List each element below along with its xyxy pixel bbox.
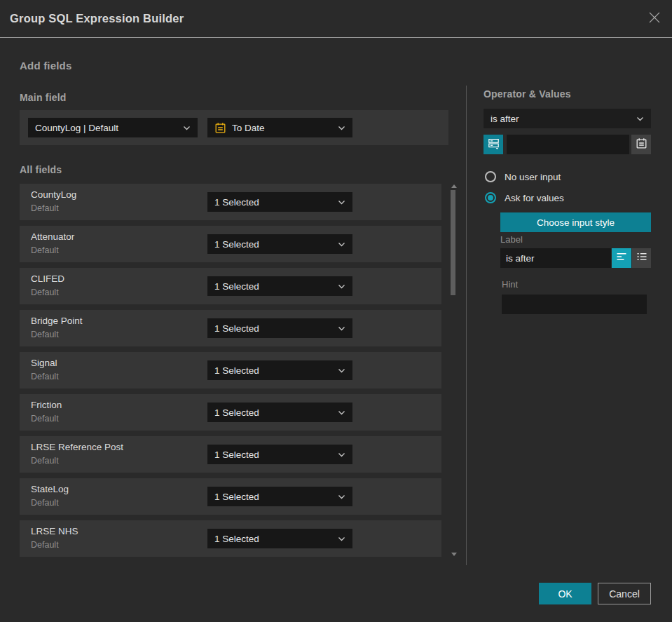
field-selected-dropdown[interactable]: 1 Selected bbox=[207, 445, 352, 464]
chevron-down-icon bbox=[338, 242, 345, 247]
hint-input[interactable] bbox=[502, 295, 647, 314]
calendar-icon bbox=[636, 137, 647, 152]
selected-count-label: 1 Selected bbox=[214, 365, 338, 376]
chevron-down-icon bbox=[338, 326, 345, 331]
selected-count-label: 1 Selected bbox=[214, 323, 338, 334]
chevron-down-icon bbox=[338, 126, 345, 130]
field-name: StateLog bbox=[31, 484, 69, 494]
field-default-label: Default bbox=[31, 498, 59, 508]
selected-count-label: 1 Selected bbox=[214, 197, 338, 208]
choose-input-style-button[interactable]: Choose input style bbox=[500, 212, 651, 232]
field-default-label: Default bbox=[31, 372, 59, 381]
field-default-label: Default bbox=[31, 203, 59, 213]
list-input-style-button[interactable] bbox=[632, 248, 651, 268]
field-row: LRSE NHS Default 1 Selected bbox=[20, 520, 441, 557]
field-row: Bridge Point Default 1 Selected bbox=[20, 310, 441, 346]
field-default-label: Default bbox=[31, 330, 59, 339]
field-row: Attenuator Default 1 Selected bbox=[20, 226, 441, 262]
main-field-dropdown-value: CountyLog | Default bbox=[35, 123, 183, 133]
field-selected-dropdown[interactable]: 1 Selected bbox=[207, 487, 352, 506]
cancel-button[interactable]: Cancel bbox=[598, 583, 651, 604]
ok-button[interactable]: OK bbox=[539, 583, 591, 604]
chevron-down-icon bbox=[338, 284, 345, 289]
field-default-label: Default bbox=[31, 245, 59, 255]
field-row: LRSE Reference Post Default 1 Selected bbox=[20, 436, 441, 473]
scrollbar-up-arrow-icon[interactable] bbox=[451, 184, 457, 188]
close-icon bbox=[648, 11, 661, 27]
field-name: CountyLog bbox=[31, 189, 76, 200]
radio-ask-for-values[interactable]: Ask for values bbox=[485, 192, 564, 203]
all-fields-list: CountyLog Default 1 Selected Attenuator … bbox=[20, 184, 441, 562]
field-name: Signal bbox=[31, 358, 57, 368]
field-name: CLIFED bbox=[31, 273, 64, 284]
field-selected-dropdown[interactable]: 1 Selected bbox=[207, 360, 352, 380]
close-button[interactable] bbox=[645, 10, 664, 28]
date-type-dropdown-value: To Date bbox=[232, 123, 338, 133]
main-field-dropdown[interactable]: CountyLog | Default bbox=[28, 118, 198, 137]
field-name: LRSE NHS bbox=[31, 526, 78, 536]
field-selected-dropdown[interactable]: 1 Selected bbox=[207, 276, 352, 296]
radio-no-user-input[interactable]: No user input bbox=[485, 171, 561, 182]
selected-count-label: 1 Selected bbox=[214, 534, 338, 544]
add-fields-heading: Add fields bbox=[20, 60, 72, 72]
chevron-down-icon bbox=[338, 452, 345, 457]
field-row: StateLog Default 1 Selected bbox=[20, 478, 441, 515]
dialog-title: Group SQL Expression Builder bbox=[10, 0, 184, 37]
bulleted-list-icon bbox=[636, 252, 647, 264]
field-default-label: Default bbox=[31, 540, 59, 550]
unique-values-button[interactable] bbox=[484, 135, 503, 154]
field-selected-dropdown[interactable]: 1 Selected bbox=[207, 234, 352, 254]
title-bar: Group SQL Expression Builder bbox=[0, 0, 672, 38]
field-row: Signal Default 1 Selected bbox=[20, 352, 441, 388]
field-selected-dropdown[interactable]: 1 Selected bbox=[207, 529, 352, 548]
chevron-down-icon bbox=[338, 200, 345, 205]
chevron-down-icon bbox=[183, 126, 191, 130]
radio-no-user-input-label: No user input bbox=[505, 172, 561, 182]
chevron-down-icon bbox=[338, 536, 345, 541]
selected-count-label: 1 Selected bbox=[214, 239, 338, 250]
field-row: Friction Default 1 Selected bbox=[20, 394, 441, 431]
field-row: CLIFED Default 1 Selected bbox=[20, 268, 441, 304]
panel-divider bbox=[466, 86, 467, 565]
align-left-icon bbox=[616, 252, 627, 264]
selected-count-label: 1 Selected bbox=[214, 407, 338, 418]
field-selected-dropdown[interactable]: 1 Selected bbox=[207, 318, 352, 338]
field-selected-dropdown[interactable]: 1 Selected bbox=[207, 192, 352, 212]
operator-values-heading: Operator & Values bbox=[484, 88, 571, 100]
text-input-style-button[interactable] bbox=[612, 248, 631, 268]
radio-ask-for-values-label: Ask for values bbox=[505, 193, 564, 203]
value-list-icon bbox=[488, 137, 500, 152]
field-default-label: Default bbox=[31, 456, 59, 466]
scrollbar-down-arrow-icon[interactable] bbox=[451, 553, 457, 556]
chevron-down-icon bbox=[338, 410, 345, 415]
field-selected-dropdown[interactable]: 1 Selected bbox=[207, 403, 352, 422]
date-picker-button[interactable] bbox=[631, 135, 651, 154]
label-field-label: Label bbox=[500, 234, 523, 245]
value-input[interactable] bbox=[507, 135, 629, 154]
selected-count-label: 1 Selected bbox=[214, 449, 338, 460]
field-default-label: Default bbox=[31, 414, 59, 424]
radio-unchecked-icon bbox=[485, 171, 496, 182]
operator-dropdown-value: is after bbox=[491, 114, 636, 124]
scrollbar-thumb[interactable] bbox=[451, 190, 455, 295]
chevron-down-icon bbox=[338, 368, 345, 373]
chevron-down-icon bbox=[338, 494, 345, 499]
radio-checked-icon bbox=[485, 192, 496, 203]
selected-count-label: 1 Selected bbox=[214, 492, 338, 502]
field-name: Attenuator bbox=[31, 231, 74, 242]
date-type-dropdown[interactable]: To Date bbox=[207, 118, 352, 137]
chevron-down-icon bbox=[636, 116, 644, 121]
selected-count-label: 1 Selected bbox=[214, 281, 338, 292]
operator-dropdown[interactable]: is after bbox=[484, 109, 651, 128]
field-name: Friction bbox=[31, 400, 62, 410]
fields-list-scrollbar[interactable] bbox=[449, 184, 458, 557]
main-field-label: Main field bbox=[20, 92, 67, 103]
all-fields-label: All fields bbox=[20, 164, 62, 175]
group-sql-expression-builder-dialog: Group SQL Expression Builder Add fields … bbox=[0, 0, 672, 622]
hint-field-label: Hint bbox=[502, 279, 518, 290]
field-name: LRSE Reference Post bbox=[31, 442, 123, 452]
main-field-panel: CountyLog | Default To Date bbox=[20, 110, 448, 145]
field-row: CountyLog Default 1 Selected bbox=[20, 184, 441, 220]
calendar-icon bbox=[214, 122, 226, 134]
label-input[interactable] bbox=[500, 248, 611, 268]
